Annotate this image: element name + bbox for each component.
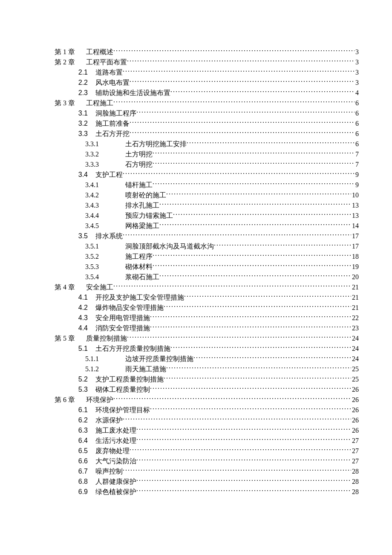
toc-leader-dots bbox=[187, 139, 355, 146]
toc-entry-number: 第 4 章 bbox=[55, 282, 86, 292]
toc-entry-number: 第 3 章 bbox=[55, 98, 86, 108]
toc-entry: 5.3砌体工程质量控制 26 bbox=[33, 384, 359, 395]
toc-entry-number: 6.9 bbox=[72, 487, 95, 497]
toc-entry-number: 3.5.4 bbox=[85, 272, 125, 282]
toc-entry-title: 边坡开挖质量控制措施 bbox=[125, 354, 193, 364]
toc-entry: 2.1道路布置 3 bbox=[33, 67, 359, 78]
toc-leader-dots bbox=[159, 201, 351, 208]
toc-entry-page: 24 bbox=[351, 354, 359, 364]
toc-entry-page: 6 bbox=[355, 119, 359, 129]
toc-entry-page: 26 bbox=[351, 415, 359, 425]
toc-entry-page: 20 bbox=[351, 272, 359, 282]
toc-entry-title: 安全用电管理措施 bbox=[95, 313, 150, 323]
toc-leader-dots bbox=[153, 160, 355, 167]
toc-entry-page: 24 bbox=[351, 333, 359, 344]
toc-entry-page: 26 bbox=[351, 395, 359, 405]
toc-leader-dots bbox=[136, 436, 351, 443]
toc-entry: 6.7噪声控制 28 bbox=[33, 466, 359, 477]
toc-entry-page: 17 bbox=[351, 231, 359, 241]
toc-leader-dots bbox=[136, 487, 351, 494]
toc-entry: 第 6 章环境保护 26 bbox=[33, 395, 359, 405]
toc-entry-number: 6.7 bbox=[72, 466, 95, 477]
toc-entry: 第 5 章质量控制措施 24 bbox=[33, 333, 359, 344]
toc-entry-page: 28 bbox=[351, 466, 359, 477]
toc-entry-label: 5.1.2雨天施工措施 bbox=[85, 364, 166, 374]
toc-entry-number: 5.1.1 bbox=[85, 354, 125, 364]
toc-entry-page: 26 bbox=[351, 384, 359, 395]
toc-entry: 3.5.1洞脸顶部截水沟及马道截水沟 17 bbox=[33, 241, 359, 251]
toc-entry-title: 人群健康保护 bbox=[95, 477, 136, 487]
toc-entry-page: 3 bbox=[355, 67, 359, 78]
toc-leader-dots bbox=[113, 47, 355, 54]
toc-leader-dots bbox=[113, 395, 351, 402]
toc-entry-number: 第 1 章 bbox=[55, 47, 86, 57]
toc-entry-number: 6.8 bbox=[72, 477, 95, 487]
toc-leader-dots bbox=[159, 272, 351, 279]
toc-entry-label: 3.4.2喷射砼的施工 bbox=[85, 190, 166, 200]
toc-entry: 3.2施工前准备 6 bbox=[33, 119, 359, 129]
toc-entry-page: 6 bbox=[355, 108, 359, 119]
toc-entry-number: 2.1 bbox=[72, 67, 95, 78]
toc-entry-title: 工程平面布置 bbox=[86, 57, 127, 67]
toc-entry-title: 洞脸顶部截水沟及马道截水沟 bbox=[125, 241, 214, 251]
toc-entry-label: 6.3施工废水处理 bbox=[72, 425, 136, 436]
toc-entry: 3.3.2土方明挖 7 bbox=[33, 149, 359, 159]
toc-entry-label: 3.5排水系统 bbox=[72, 231, 123, 241]
toc-entry-title: 土方明挖 bbox=[125, 149, 153, 159]
toc-entry: 5.1.2雨天施工措施 25 bbox=[33, 364, 359, 374]
toc-entry-title: 雨天施工措施 bbox=[125, 364, 166, 374]
toc-entry-number: 3.4.2 bbox=[85, 190, 125, 200]
toc-entry-page: 6 bbox=[355, 129, 359, 139]
toc-entry: 3.4.4预应力锚索施工 13 bbox=[33, 211, 359, 221]
toc-entry: 3.4.3排水孔施工 13 bbox=[33, 200, 359, 211]
toc-entry-number: 6.5 bbox=[72, 446, 95, 456]
toc-entry-number: 3.4.1 bbox=[85, 180, 125, 190]
toc-entry-label: 3.4.4预应力锚索施工 bbox=[85, 211, 173, 221]
toc-entry-label: 3.4支护工程 bbox=[72, 170, 123, 180]
toc-entry: 5.1土石方开挖质量控制措施 24 bbox=[33, 344, 359, 354]
toc-entry-page: 3 bbox=[355, 57, 359, 67]
toc-entry-title: 风水电布置 bbox=[95, 78, 130, 88]
toc-entry-label: 6.5废弃物处理 bbox=[72, 446, 130, 456]
toc-entry-page: 26 bbox=[351, 425, 359, 436]
toc-leader-dots bbox=[127, 334, 351, 341]
toc-entry-page: 10 bbox=[351, 190, 359, 200]
toc-entry-label: 5.1土石方开挖质量控制措施 bbox=[72, 344, 170, 354]
toc-leader-dots bbox=[150, 324, 351, 330]
toc-entry: 3.3.1土石方明挖施工安排 6 bbox=[33, 139, 359, 149]
toc-entry-label: 6.6大气污染防治 bbox=[72, 456, 136, 466]
toc-entry: 6.5废弃物处理 27 bbox=[33, 446, 359, 456]
toc-entry: 6.6大气污染防治 27 bbox=[33, 456, 359, 466]
toc-entry-number: 3.5 bbox=[72, 231, 95, 241]
toc-entry: 5.2支护工程质量控制措施 25 bbox=[33, 374, 359, 384]
toc-entry: 第 2 章工程平面布置 3 bbox=[33, 57, 359, 67]
toc-entry: 4.3安全用电管理措施 22 bbox=[33, 313, 359, 323]
toc-entry-title: 道路布置 bbox=[95, 67, 123, 78]
toc-entry: 5.1.1边坡开挖质量控制措施 24 bbox=[33, 354, 359, 364]
toc-leader-dots bbox=[136, 457, 351, 463]
toc-entry-title: 施工前准备 bbox=[95, 119, 130, 129]
toc-entry: 6.3施工废水处理 26 bbox=[33, 425, 359, 436]
toc-entry-number: 6.3 bbox=[72, 425, 95, 436]
toc-entry-title: 生活污水处理 bbox=[95, 436, 136, 446]
toc-leader-dots bbox=[164, 303, 351, 310]
toc-entry-page: 27 bbox=[351, 446, 359, 456]
toc-entry-page: 27 bbox=[351, 436, 359, 446]
toc-entry-label: 4.2爆炸物品安全管理措施 bbox=[72, 303, 164, 313]
toc-entry-page: 6 bbox=[355, 98, 359, 108]
toc-entry-page: 21 bbox=[351, 282, 359, 292]
toc-entry-title: 土石方开挖质量控制措施 bbox=[95, 344, 170, 354]
toc-entry-number: 4.3 bbox=[72, 313, 95, 323]
toc-entry-page: 17 bbox=[351, 241, 359, 251]
toc-leader-dots bbox=[123, 68, 355, 75]
toc-entry-number: 3.2 bbox=[72, 119, 95, 129]
toc-entry-title: 环境保护管理目标 bbox=[95, 405, 150, 415]
toc-entry-title: 土石方开挖 bbox=[95, 129, 130, 139]
toc-entry-label: 3.4.3排水孔施工 bbox=[85, 200, 159, 211]
toc-entry-number: 3.5.3 bbox=[85, 262, 125, 272]
toc-entry-title: 工程施工 bbox=[86, 98, 113, 108]
toc-entry-label: 4.4消防安全管理措施 bbox=[72, 323, 150, 333]
toc-leader-dots bbox=[130, 446, 351, 453]
toc-entry-label: 3.5.4浆砌石施工 bbox=[85, 272, 159, 282]
toc-leader-dots bbox=[193, 354, 351, 361]
